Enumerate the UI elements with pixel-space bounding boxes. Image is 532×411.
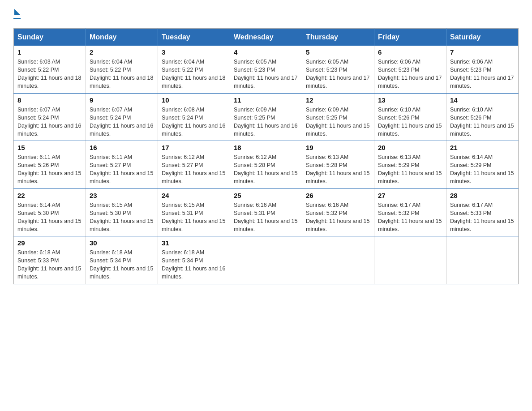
calendar-week-3: 15 Sunrise: 6:11 AMSunset: 5:26 PMDaylig…	[14, 141, 519, 189]
calendar-cell: 23 Sunrise: 6:15 AMSunset: 5:30 PMDaylig…	[86, 188, 158, 236]
logo	[13, 9, 21, 19]
weekday-header-wednesday: Wednesday	[230, 29, 302, 46]
day-info: Sunrise: 6:17 AMSunset: 5:32 PMDaylight:…	[378, 201, 442, 234]
calendar-cell: 31 Sunrise: 6:18 AMSunset: 5:34 PMDaylig…	[158, 236, 230, 284]
day-info: Sunrise: 6:07 AMSunset: 5:24 PMDaylight:…	[90, 106, 154, 138]
weekday-header-sunday: Sunday	[14, 29, 86, 46]
calendar-cell: 28 Sunrise: 6:17 AMSunset: 5:33 PMDaylig…	[446, 188, 519, 236]
day-info: Sunrise: 6:15 AMSunset: 5:30 PMDaylight:…	[90, 201, 154, 234]
calendar-cell: 12 Sunrise: 6:09 AMSunset: 5:25 PMDaylig…	[302, 93, 374, 141]
day-info: Sunrise: 6:05 AMSunset: 5:23 PMDaylight:…	[306, 58, 370, 90]
day-number: 7	[450, 48, 515, 56]
calendar-cell: 1 Sunrise: 6:03 AMSunset: 5:22 PMDayligh…	[14, 46, 86, 93]
calendar-cell: 27 Sunrise: 6:17 AMSunset: 5:32 PMDaylig…	[374, 188, 446, 236]
calendar-table: SundayMondayTuesdayWednesdayThursdayFrid…	[13, 28, 519, 284]
day-number: 28	[450, 192, 515, 199]
calendar-cell: 24 Sunrise: 6:15 AMSunset: 5:31 PMDaylig…	[158, 188, 230, 236]
day-info: Sunrise: 6:04 AMSunset: 5:22 PMDaylight:…	[90, 58, 154, 90]
calendar-cell: 11 Sunrise: 6:09 AMSunset: 5:25 PMDaylig…	[230, 93, 302, 141]
weekday-header-row: SundayMondayTuesdayWednesdayThursdayFrid…	[14, 29, 519, 46]
day-number: 22	[17, 192, 82, 199]
weekday-header-tuesday: Tuesday	[158, 29, 230, 46]
day-info: Sunrise: 6:14 AMSunset: 5:29 PMDaylight:…	[450, 153, 515, 186]
weekday-header-friday: Friday	[374, 29, 446, 46]
day-number: 2	[90, 48, 154, 56]
day-info: Sunrise: 6:04 AMSunset: 5:22 PMDaylight:…	[162, 58, 226, 90]
calendar-cell: 26 Sunrise: 6:16 AMSunset: 5:32 PMDaylig…	[302, 188, 374, 236]
day-number: 3	[162, 48, 226, 56]
calendar-cell: 6 Sunrise: 6:06 AMSunset: 5:23 PMDayligh…	[374, 46, 446, 93]
calendar-cell: 16 Sunrise: 6:11 AMSunset: 5:27 PMDaylig…	[86, 141, 158, 189]
calendar-cell: 17 Sunrise: 6:12 AMSunset: 5:27 PMDaylig…	[158, 141, 230, 189]
calendar-cell: 19 Sunrise: 6:13 AMSunset: 5:28 PMDaylig…	[302, 141, 374, 189]
day-number: 11	[234, 96, 298, 104]
calendar-cell	[446, 236, 519, 284]
day-info: Sunrise: 6:18 AMSunset: 5:34 PMDaylight:…	[90, 248, 154, 281]
calendar-cell: 25 Sunrise: 6:16 AMSunset: 5:31 PMDaylig…	[230, 188, 302, 236]
day-number: 16	[90, 144, 154, 151]
day-number: 13	[378, 96, 442, 104]
day-info: Sunrise: 6:14 AMSunset: 5:30 PMDaylight:…	[17, 201, 82, 234]
calendar-week-2: 8 Sunrise: 6:07 AMSunset: 5:24 PMDayligh…	[14, 93, 519, 141]
calendar-cell: 22 Sunrise: 6:14 AMSunset: 5:30 PMDaylig…	[14, 188, 86, 236]
day-info: Sunrise: 6:12 AMSunset: 5:28 PMDaylight:…	[234, 153, 298, 186]
weekday-header-monday: Monday	[86, 29, 158, 46]
day-number: 31	[162, 239, 226, 247]
day-info: Sunrise: 6:10 AMSunset: 5:26 PMDaylight:…	[378, 106, 442, 138]
calendar-cell: 29 Sunrise: 6:18 AMSunset: 5:33 PMDaylig…	[14, 236, 86, 284]
calendar-cell: 15 Sunrise: 6:11 AMSunset: 5:26 PMDaylig…	[14, 141, 86, 189]
day-number: 9	[90, 96, 154, 104]
day-info: Sunrise: 6:15 AMSunset: 5:31 PMDaylight:…	[162, 201, 226, 234]
calendar-cell: 10 Sunrise: 6:08 AMSunset: 5:24 PMDaylig…	[158, 93, 230, 141]
day-info: Sunrise: 6:11 AMSunset: 5:26 PMDaylight:…	[17, 153, 82, 186]
day-number: 8	[17, 96, 82, 104]
logo-triangle-icon	[14, 9, 21, 15]
day-info: Sunrise: 6:13 AMSunset: 5:29 PMDaylight:…	[378, 153, 442, 186]
day-number: 26	[306, 192, 370, 199]
day-info: Sunrise: 6:08 AMSunset: 5:24 PMDaylight:…	[162, 106, 226, 138]
calendar-cell: 7 Sunrise: 6:06 AMSunset: 5:23 PMDayligh…	[446, 46, 519, 93]
calendar-cell: 3 Sunrise: 6:04 AMSunset: 5:22 PMDayligh…	[158, 46, 230, 93]
calendar-cell: 9 Sunrise: 6:07 AMSunset: 5:24 PMDayligh…	[86, 93, 158, 141]
calendar-cell: 4 Sunrise: 6:05 AMSunset: 5:23 PMDayligh…	[230, 46, 302, 93]
day-number: 24	[162, 192, 226, 199]
day-number: 5	[306, 48, 370, 56]
day-number: 12	[306, 96, 370, 104]
day-number: 25	[234, 192, 298, 199]
day-number: 21	[450, 144, 515, 151]
calendar-cell	[230, 236, 302, 284]
calendar-cell: 14 Sunrise: 6:10 AMSunset: 5:26 PMDaylig…	[446, 93, 519, 141]
day-number: 23	[90, 192, 154, 199]
page-header	[13, 9, 519, 19]
day-number: 4	[234, 48, 298, 56]
day-info: Sunrise: 6:06 AMSunset: 5:23 PMDaylight:…	[450, 58, 515, 90]
calendar-cell: 30 Sunrise: 6:18 AMSunset: 5:34 PMDaylig…	[86, 236, 158, 284]
calendar-cell: 20 Sunrise: 6:13 AMSunset: 5:29 PMDaylig…	[374, 141, 446, 189]
day-number: 27	[378, 192, 442, 199]
day-info: Sunrise: 6:13 AMSunset: 5:28 PMDaylight:…	[306, 153, 370, 186]
day-info: Sunrise: 6:11 AMSunset: 5:27 PMDaylight:…	[90, 153, 154, 186]
day-number: 6	[378, 48, 442, 56]
day-info: Sunrise: 6:05 AMSunset: 5:23 PMDaylight:…	[234, 58, 298, 90]
calendar-week-4: 22 Sunrise: 6:14 AMSunset: 5:30 PMDaylig…	[14, 188, 519, 236]
day-info: Sunrise: 6:09 AMSunset: 5:25 PMDaylight:…	[234, 106, 298, 138]
calendar-cell	[302, 236, 374, 284]
day-info: Sunrise: 6:17 AMSunset: 5:33 PMDaylight:…	[450, 201, 515, 234]
calendar-cell: 21 Sunrise: 6:14 AMSunset: 5:29 PMDaylig…	[446, 141, 519, 189]
weekday-header-saturday: Saturday	[446, 29, 519, 46]
day-info: Sunrise: 6:18 AMSunset: 5:34 PMDaylight:…	[162, 248, 226, 281]
day-number: 17	[162, 144, 226, 151]
day-info: Sunrise: 6:09 AMSunset: 5:25 PMDaylight:…	[306, 106, 370, 138]
calendar-week-5: 29 Sunrise: 6:18 AMSunset: 5:33 PMDaylig…	[14, 236, 519, 284]
calendar-cell: 18 Sunrise: 6:12 AMSunset: 5:28 PMDaylig…	[230, 141, 302, 189]
day-info: Sunrise: 6:10 AMSunset: 5:26 PMDaylight:…	[450, 106, 515, 138]
calendar-cell: 13 Sunrise: 6:10 AMSunset: 5:26 PMDaylig…	[374, 93, 446, 141]
logo-underline	[13, 18, 21, 19]
calendar-cell	[374, 236, 446, 284]
day-info: Sunrise: 6:18 AMSunset: 5:33 PMDaylight:…	[17, 248, 82, 281]
day-info: Sunrise: 6:16 AMSunset: 5:31 PMDaylight:…	[234, 201, 298, 234]
day-info: Sunrise: 6:07 AMSunset: 5:24 PMDaylight:…	[17, 106, 82, 138]
day-number: 10	[162, 96, 226, 104]
calendar-cell: 5 Sunrise: 6:05 AMSunset: 5:23 PMDayligh…	[302, 46, 374, 93]
calendar-cell: 2 Sunrise: 6:04 AMSunset: 5:22 PMDayligh…	[86, 46, 158, 93]
